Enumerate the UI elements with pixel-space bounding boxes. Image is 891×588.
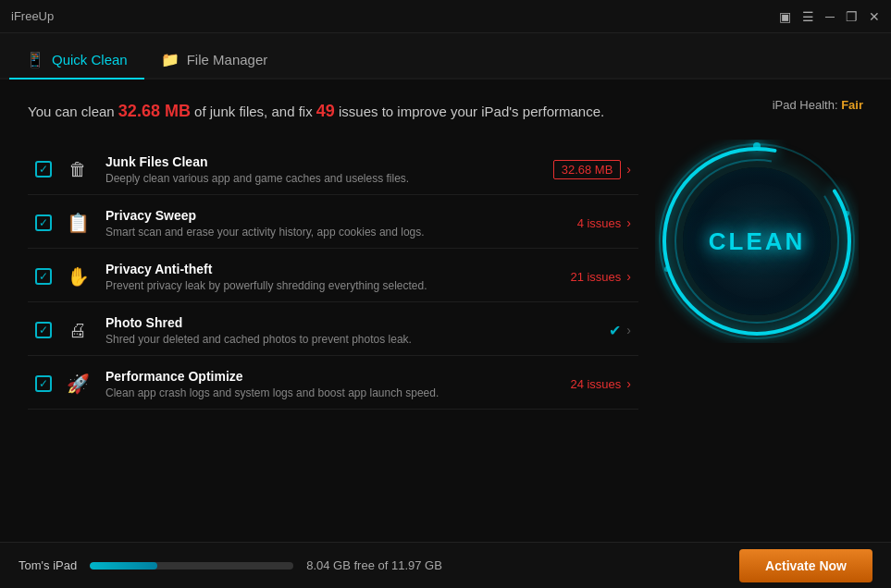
activate-button[interactable]: Activate Now: [739, 549, 872, 582]
quick-clean-tab-icon: 📱: [26, 51, 44, 68]
performance-optimize-desc: Clean app crash logs and system logs and…: [105, 386, 529, 399]
junk-files-size: 32.68 MB: [553, 160, 622, 179]
item-privacy-antitheft: ✓ ✋ Privacy Anti-theft Prevent privacy l…: [28, 252, 638, 302]
privacy-sweep-desc: Smart scan and erase your activity histo…: [105, 226, 529, 239]
item-performance-optimize: ✓ 🚀 Performance Optimize Clean app crash…: [28, 360, 638, 410]
performance-optimize-arrow: ›: [626, 376, 631, 391]
svg-point-3: [753, 142, 761, 150]
performance-optimize-issues: 24 issues: [570, 377, 621, 391]
summary-prefix: You can clean: [28, 104, 118, 119]
device-name: Tom's iPad: [19, 558, 77, 572]
performance-optimize-title: Performance Optimize: [105, 369, 529, 384]
privacy-antitheft-checkbox[interactable]: ✓: [35, 268, 52, 285]
device-icon[interactable]: ▣: [779, 9, 791, 24]
privacy-sweep-text: Privacy Sweep Smart scan and erase your …: [105, 208, 529, 239]
junk-size: 32.68 MB: [118, 102, 191, 120]
photo-shred-desc: Shred your deleted and cached photos to …: [105, 333, 529, 346]
privacy-antitheft-value[interactable]: 21 issues ›: [529, 269, 631, 284]
junk-files-arrow: ›: [626, 162, 631, 177]
privacy-sweep-arrow: ›: [626, 215, 631, 230]
clean-button[interactable]: CLEAN: [683, 167, 831, 315]
privacy-antitheft-text: Privacy Anti-theft Prevent privacy leak …: [105, 262, 529, 292]
privacy-sweep-icon: 📋: [63, 208, 93, 238]
menu-icon[interactable]: ☰: [802, 9, 814, 24]
ipad-health-label: iPad Health:: [773, 98, 838, 112]
junk-files-desc: Deeply clean various app and game caches…: [105, 172, 529, 185]
ipad-health: iPad Health: Fair: [773, 98, 863, 112]
privacy-sweep-value[interactable]: 4 issues ›: [529, 215, 631, 230]
item-photo-shred: ✓ 🖨 Photo Shred Shred your deleted and c…: [28, 306, 638, 356]
photo-shred-value[interactable]: ✔ ›: [529, 322, 631, 339]
storage-progress-bar: [90, 562, 293, 570]
privacy-antitheft-desc: Prevent privacy leak by powerfully shred…: [105, 279, 529, 292]
performance-optimize-icon: 🚀: [63, 369, 93, 398]
minimize-icon[interactable]: ─: [825, 9, 835, 24]
item-junk-files: ✓ 🗑 Junk Files Clean Deeply clean variou…: [28, 145, 638, 195]
close-icon[interactable]: ✕: [869, 9, 880, 24]
window-controls: ▣ ☰ ─ ❐ ✕: [779, 9, 880, 24]
junk-files-icon: 🗑: [63, 154, 93, 184]
svg-point-4: [844, 211, 849, 216]
photo-shred-text: Photo Shred Shred your deleted and cache…: [105, 315, 529, 346]
tab-file-manager[interactable]: 📁 File Manager: [144, 42, 285, 78]
clean-button-container: CLEAN: [650, 135, 863, 348]
summary-suffix: issues to improve your iPad's performanc…: [335, 104, 604, 119]
tabbar: 📱 Quick Clean 📁 File Manager: [0, 33, 891, 80]
summary-text: You can clean 32.68 MB of junk files, an…: [28, 98, 863, 125]
storage-text: 8.04 GB free of 11.97 GB: [306, 558, 726, 572]
privacy-antitheft-issues: 21 issues: [570, 270, 621, 284]
performance-optimize-value[interactable]: 24 issues ›: [529, 376, 631, 391]
privacy-sweep-title: Privacy Sweep: [105, 208, 529, 223]
photo-shred-checkbox[interactable]: ✓: [35, 322, 52, 338]
item-privacy-sweep: ✓ 📋 Privacy Sweep Smart scan and erase y…: [28, 199, 638, 249]
junk-files-checkbox[interactable]: ✓: [35, 161, 52, 178]
restore-icon[interactable]: ❐: [846, 9, 858, 24]
photo-shred-arrow: ›: [626, 323, 631, 337]
ipad-health-status: Fair: [841, 98, 863, 112]
junk-files-text: Junk Files Clean Deeply clean various ap…: [105, 154, 529, 185]
privacy-antitheft-arrow: ›: [626, 269, 631, 284]
photo-shred-check-icon: ✔: [609, 322, 621, 339]
svg-point-5: [664, 266, 670, 272]
performance-optimize-text: Performance Optimize Clean app crash log…: [105, 369, 529, 399]
quick-clean-tab-label: Quick Clean: [52, 52, 128, 67]
junk-files-value[interactable]: 32.68 MB ›: [529, 160, 631, 179]
clean-ring-outer: CLEAN: [655, 140, 859, 343]
privacy-antitheft-icon: ✋: [63, 262, 93, 291]
photo-shred-title: Photo Shred: [105, 315, 529, 330]
storage-progress-fill: [90, 562, 157, 570]
summary-middle: of junk files, and fix: [191, 104, 316, 119]
file-manager-tab-icon: 📁: [161, 51, 179, 68]
statusbar: Tom's iPad 8.04 GB free of 11.97 GB Acti…: [0, 542, 891, 588]
privacy-sweep-issues: 4 issues: [577, 216, 622, 230]
tab-quick-clean[interactable]: 📱 Quick Clean: [9, 42, 144, 80]
junk-files-title: Junk Files Clean: [105, 154, 529, 169]
photo-shred-icon: 🖨: [63, 315, 93, 345]
privacy-antitheft-title: Privacy Anti-theft: [105, 262, 529, 276]
privacy-sweep-checkbox[interactable]: ✓: [35, 214, 52, 231]
app-title: iFreeUp: [11, 9, 54, 23]
main-content: iPad Health: Fair You can clean 32.68 MB…: [0, 80, 891, 542]
performance-optimize-checkbox[interactable]: ✓: [35, 375, 52, 392]
titlebar: iFreeUp ▣ ☰ ─ ❐ ✕: [0, 0, 891, 33]
clean-button-label: CLEAN: [709, 227, 806, 256]
items-list: ✓ 🗑 Junk Files Clean Deeply clean variou…: [28, 145, 638, 410]
issues-count: 49: [316, 102, 335, 120]
file-manager-tab-label: File Manager: [187, 52, 268, 67]
